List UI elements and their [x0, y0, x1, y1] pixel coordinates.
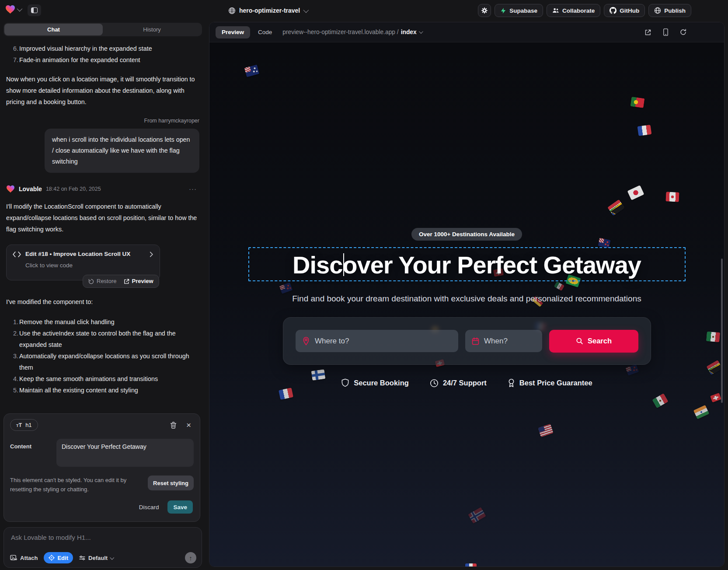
flag-fr-icon	[279, 388, 293, 400]
destinations-badge-row: Over 1000+ Destinations Available	[209, 228, 724, 241]
assistant-paragraph: Now when you click on a location image, …	[6, 73, 199, 108]
flag-in-icon	[693, 405, 709, 420]
external-link-icon	[644, 29, 651, 36]
lovable-heart-icon	[5, 5, 15, 14]
save-button[interactable]: Save	[167, 500, 193, 514]
edit-mode-button[interactable]: Edit	[44, 552, 73, 563]
reset-styling-button[interactable]: Reset styling	[148, 476, 194, 490]
tab-preview[interactable]: Preview	[216, 26, 250, 38]
preview-url[interactable]: preview--hero-optimizer-travel.lovable.a…	[282, 29, 421, 35]
list-item: 4.Keep the same smooth animations and tr…	[6, 373, 199, 385]
message-author-label: From harrymckayroper	[6, 117, 199, 124]
when-input[interactable]: When?	[465, 330, 542, 352]
github-icon	[610, 7, 617, 14]
url-page: index	[401, 29, 417, 35]
feature-support: 24/7 Support	[430, 378, 487, 388]
restore-button[interactable]: Restore	[88, 276, 117, 287]
chevron-down-icon	[303, 7, 309, 13]
preview-toolbar: Preview Code preview--hero-optimizer-tra…	[209, 22, 724, 42]
list-item: 3.Automatically expand/collapse location…	[6, 350, 199, 373]
delete-element-button[interactable]	[170, 422, 177, 429]
element-editor-panel: TT h1 × Content Discover Your Perfect Ge…	[3, 413, 200, 522]
model-selector[interactable]: Default	[79, 555, 113, 561]
flag-nz-icon	[279, 282, 293, 294]
supabase-button[interactable]: Supabase	[495, 4, 543, 17]
hero-title[interactable]: Discover Your Perfect Getaway	[209, 251, 724, 279]
type-icon: TT	[16, 422, 22, 428]
message-timestamp: 18:42 on Feb 20, 2025	[46, 183, 101, 195]
code-icon	[13, 252, 21, 257]
chevron-right-icon	[150, 252, 153, 257]
feature-secure-booking: Secure Booking	[341, 378, 409, 388]
tab-history[interactable]: History	[103, 24, 201, 35]
gear-icon	[481, 7, 488, 14]
mobile-icon	[663, 28, 669, 36]
github-button[interactable]: GitHub	[604, 4, 645, 17]
flag-ca-icon	[665, 192, 679, 202]
map-pin-icon	[302, 337, 310, 346]
search-button[interactable]: Search	[549, 330, 638, 353]
list-item: 6.Improved visual hierarchy in the expan…	[6, 43, 199, 54]
sidebar-toggle-button[interactable]	[28, 4, 41, 16]
assistant-name: Lovable	[19, 183, 42, 195]
edit-card-subtitle: Click to view code	[25, 262, 153, 269]
tab-code[interactable]: Code	[258, 29, 272, 35]
lovable-logo[interactable]	[5, 5, 21, 14]
flag-mx-icon	[652, 393, 669, 408]
assistant-paragraph: I'll modify the LocationScroll component…	[6, 201, 199, 235]
mobile-view-button[interactable]	[663, 28, 669, 36]
collaborate-people-icon	[552, 7, 559, 14]
flag-us-icon	[538, 424, 553, 437]
list-item: 5.Maintain all the existing content and …	[6, 385, 199, 396]
flag-nz-icon	[626, 364, 639, 376]
previous-steps-list: 6.Improved visual hierarchy in the expan…	[6, 43, 199, 66]
content-label: Content	[10, 439, 56, 467]
settings-button[interactable]	[478, 4, 491, 17]
refresh-button[interactable]	[680, 29, 686, 35]
version-actions: Restore Preview	[83, 275, 159, 288]
chevron-down-icon	[110, 555, 114, 560]
project-switcher[interactable]: hero-optimizer-travel	[228, 0, 307, 21]
shield-icon	[341, 378, 349, 388]
open-in-new-tab-button[interactable]	[644, 29, 651, 36]
discard-button[interactable]: Discard	[139, 504, 159, 511]
composer-input[interactable]: Ask Lovable to modify H1...	[11, 534, 195, 541]
globe-icon	[228, 7, 236, 14]
publish-label: Publish	[664, 7, 686, 14]
element-tag-pill[interactable]: TT h1	[10, 419, 38, 431]
flag-pt-icon	[630, 97, 645, 108]
where-input[interactable]: Where to?	[296, 330, 458, 352]
feature-label: Best Price Guarantee	[519, 379, 592, 387]
github-label: GitHub	[620, 7, 639, 14]
collaborate-button[interactable]: Collaborate	[547, 4, 600, 17]
ellipsis-icon[interactable]: ···	[189, 183, 197, 195]
attach-button[interactable]: Attach	[10, 555, 38, 561]
url-base: preview--hero-optimizer-travel.lovable.a…	[282, 29, 398, 35]
flag-au-icon	[244, 64, 260, 77]
hero-subtitle: Find and book your dream destination wit…	[209, 294, 724, 304]
content-textarea[interactable]: Discover Your Perfect Getaway	[56, 439, 194, 467]
preview-version-button[interactable]: Preview	[124, 276, 153, 287]
refresh-icon	[680, 29, 686, 35]
assistant-paragraph: I've modified the component to:	[6, 296, 199, 308]
send-button[interactable]: ↑	[185, 552, 196, 563]
award-icon	[508, 378, 515, 388]
where-placeholder: Where to?	[315, 337, 349, 346]
external-link-icon	[124, 279, 129, 284]
close-panel-button[interactable]: ×	[186, 422, 191, 429]
tab-chat[interactable]: Chat	[4, 24, 103, 35]
chat-transcript[interactable]: 6.Improved visual hierarchy in the expan…	[0, 39, 206, 411]
chat-composer: Ask Lovable to modify H1... Attach Edit …	[3, 527, 202, 568]
supabase-bolt-icon	[500, 7, 506, 14]
search-bar: Where to? When? Search	[283, 317, 651, 365]
flag-jp-icon	[627, 185, 644, 200]
publish-button[interactable]: Publish	[648, 4, 691, 17]
edit-card-wrap: Edit #18 • Improve Location Scroll UX Cl…	[6, 245, 160, 280]
flag-mx-icon	[554, 281, 564, 291]
flag-za-icon	[707, 360, 723, 375]
style-note: This element can't be styled. You can ed…	[10, 476, 146, 494]
panel-toggle-icon	[31, 7, 38, 13]
scrollbar-thumb[interactable]	[721, 259, 723, 403]
list-item: 2.Use the activeIndex state to control b…	[6, 328, 199, 350]
edit-mode-label: Edit	[57, 555, 68, 561]
